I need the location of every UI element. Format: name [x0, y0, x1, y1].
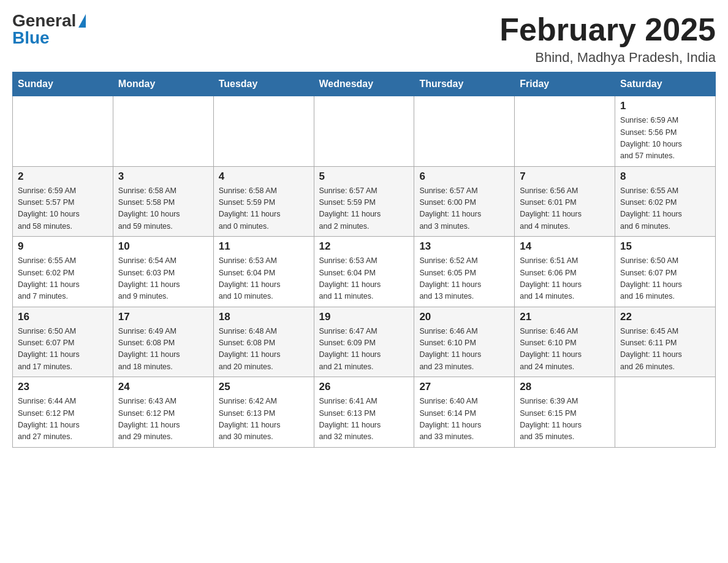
- day-info: Sunrise: 6:53 AMSunset: 6:04 PMDaylight:…: [219, 255, 309, 303]
- calendar-cell: 2Sunrise: 6:59 AMSunset: 5:57 PMDaylight…: [13, 166, 113, 237]
- calendar-cell: 15Sunrise: 6:50 AMSunset: 6:07 PMDayligh…: [615, 237, 716, 307]
- day-number: 18: [219, 311, 309, 323]
- logo: General Blue: [12, 12, 86, 47]
- day-info: Sunrise: 6:44 AMSunset: 6:12 PMDaylight:…: [18, 396, 108, 443]
- calendar-cell: 3Sunrise: 6:58 AMSunset: 5:58 PMDaylight…: [113, 166, 213, 237]
- header-sunday: Sunday: [13, 72, 113, 96]
- day-info: Sunrise: 6:39 AMSunset: 6:15 PMDaylight:…: [520, 396, 610, 443]
- calendar-cell: 8Sunrise: 6:55 AMSunset: 6:02 PMDaylight…: [615, 166, 716, 237]
- day-info: Sunrise: 6:40 AMSunset: 6:14 PMDaylight:…: [419, 396, 509, 443]
- calendar-cell: [113, 96, 213, 167]
- location-title: Bhind, Madhya Pradesh, India: [499, 50, 716, 66]
- day-info: Sunrise: 6:52 AMSunset: 6:05 PMDaylight:…: [419, 255, 509, 303]
- calendar-cell: [615, 377, 716, 448]
- day-info: Sunrise: 6:58 AMSunset: 5:58 PMDaylight:…: [118, 185, 208, 233]
- day-info: Sunrise: 6:57 AMSunset: 5:59 PMDaylight:…: [319, 185, 409, 233]
- page-header: General Blue February 2025 Bhind, Madhya…: [12, 12, 716, 66]
- calendar-week-2: 2Sunrise: 6:59 AMSunset: 5:57 PMDaylight…: [13, 166, 716, 237]
- calendar-cell: 6Sunrise: 6:57 AMSunset: 6:00 PMDaylight…: [414, 166, 515, 237]
- day-number: 12: [319, 240, 409, 253]
- header-monday: Monday: [113, 72, 213, 96]
- day-info: Sunrise: 6:55 AMSunset: 6:02 PMDaylight:…: [18, 255, 108, 303]
- calendar-cell: 23Sunrise: 6:44 AMSunset: 6:12 PMDayligh…: [13, 377, 113, 448]
- day-number: 1: [620, 100, 710, 112]
- calendar-cell: 28Sunrise: 6:39 AMSunset: 6:15 PMDayligh…: [515, 377, 615, 448]
- header-friday: Friday: [515, 72, 615, 96]
- day-info: Sunrise: 6:47 AMSunset: 6:09 PMDaylight:…: [319, 326, 409, 373]
- calendar-cell: [515, 96, 615, 167]
- day-number: 16: [18, 311, 108, 323]
- calendar-cell: 11Sunrise: 6:53 AMSunset: 6:04 PMDayligh…: [213, 237, 314, 307]
- day-number: 21: [520, 311, 610, 323]
- calendar-cell: 7Sunrise: 6:56 AMSunset: 6:01 PMDaylight…: [515, 166, 615, 237]
- day-info: Sunrise: 6:45 AMSunset: 6:11 PMDaylight:…: [620, 326, 710, 373]
- day-number: 6: [419, 170, 509, 183]
- calendar-cell: 18Sunrise: 6:48 AMSunset: 6:08 PMDayligh…: [213, 307, 314, 377]
- calendar-cell: 17Sunrise: 6:49 AMSunset: 6:08 PMDayligh…: [113, 307, 213, 377]
- logo-triangle-icon: [78, 14, 86, 28]
- day-number: 8: [620, 170, 710, 183]
- calendar-header-row: SundayMondayTuesdayWednesdayThursdayFrid…: [13, 72, 716, 96]
- day-info: Sunrise: 6:50 AMSunset: 6:07 PMDaylight:…: [18, 326, 108, 373]
- day-number: 2: [18, 170, 108, 183]
- day-info: Sunrise: 6:51 AMSunset: 6:06 PMDaylight:…: [520, 255, 610, 303]
- calendar-cell: 12Sunrise: 6:53 AMSunset: 6:04 PMDayligh…: [314, 237, 414, 307]
- calendar-cell: 19Sunrise: 6:47 AMSunset: 6:09 PMDayligh…: [314, 307, 414, 377]
- logo-general-text: General: [12, 12, 76, 29]
- calendar-cell: 1Sunrise: 6:59 AMSunset: 5:56 PMDaylight…: [615, 96, 716, 167]
- day-info: Sunrise: 6:59 AMSunset: 5:57 PMDaylight:…: [18, 185, 108, 233]
- day-info: Sunrise: 6:48 AMSunset: 6:08 PMDaylight:…: [219, 326, 309, 373]
- day-info: Sunrise: 6:46 AMSunset: 6:10 PMDaylight:…: [520, 326, 610, 373]
- day-number: 5: [319, 170, 409, 183]
- calendar-cell: 24Sunrise: 6:43 AMSunset: 6:12 PMDayligh…: [113, 377, 213, 448]
- day-number: 9: [18, 240, 108, 253]
- day-info: Sunrise: 6:57 AMSunset: 6:00 PMDaylight:…: [419, 185, 509, 233]
- calendar-cell: 21Sunrise: 6:46 AMSunset: 6:10 PMDayligh…: [515, 307, 615, 377]
- day-number: 4: [219, 170, 309, 183]
- day-number: 20: [419, 311, 509, 323]
- calendar-week-1: 1Sunrise: 6:59 AMSunset: 5:56 PMDaylight…: [13, 96, 716, 167]
- day-number: 17: [118, 311, 208, 323]
- day-info: Sunrise: 6:53 AMSunset: 6:04 PMDaylight:…: [319, 255, 409, 303]
- calendar-cell: 25Sunrise: 6:42 AMSunset: 6:13 PMDayligh…: [213, 377, 314, 448]
- calendar-cell: 13Sunrise: 6:52 AMSunset: 6:05 PMDayligh…: [414, 237, 515, 307]
- day-info: Sunrise: 6:56 AMSunset: 6:01 PMDaylight:…: [520, 185, 610, 233]
- header-thursday: Thursday: [414, 72, 515, 96]
- header-tuesday: Tuesday: [213, 72, 314, 96]
- day-info: Sunrise: 6:43 AMSunset: 6:12 PMDaylight:…: [118, 396, 208, 443]
- day-info: Sunrise: 6:59 AMSunset: 5:56 PMDaylight:…: [620, 115, 710, 163]
- day-info: Sunrise: 6:41 AMSunset: 6:13 PMDaylight:…: [319, 396, 409, 443]
- calendar-cell: 20Sunrise: 6:46 AMSunset: 6:10 PMDayligh…: [414, 307, 515, 377]
- day-number: 19: [319, 311, 409, 323]
- day-number: 27: [419, 381, 509, 393]
- calendar-cell: 14Sunrise: 6:51 AMSunset: 6:06 PMDayligh…: [515, 237, 615, 307]
- calendar-cell: [13, 96, 113, 167]
- calendar-cell: 4Sunrise: 6:58 AMSunset: 5:59 PMDaylight…: [213, 166, 314, 237]
- calendar-cell: 16Sunrise: 6:50 AMSunset: 6:07 PMDayligh…: [13, 307, 113, 377]
- calendar-cell: 10Sunrise: 6:54 AMSunset: 6:03 PMDayligh…: [113, 237, 213, 307]
- header-saturday: Saturday: [615, 72, 716, 96]
- calendar-cell: 27Sunrise: 6:40 AMSunset: 6:14 PMDayligh…: [414, 377, 515, 448]
- calendar-cell: 22Sunrise: 6:45 AMSunset: 6:11 PMDayligh…: [615, 307, 716, 377]
- calendar-cell: 9Sunrise: 6:55 AMSunset: 6:02 PMDaylight…: [13, 237, 113, 307]
- day-number: 13: [419, 240, 509, 253]
- day-info: Sunrise: 6:42 AMSunset: 6:13 PMDaylight:…: [219, 396, 309, 443]
- calendar-table: SundayMondayTuesdayWednesdayThursdayFrid…: [12, 72, 716, 448]
- day-number: 10: [118, 240, 208, 253]
- calendar-week-4: 16Sunrise: 6:50 AMSunset: 6:07 PMDayligh…: [13, 307, 716, 377]
- day-number: 26: [319, 381, 409, 393]
- calendar-week-5: 23Sunrise: 6:44 AMSunset: 6:12 PMDayligh…: [13, 377, 716, 448]
- day-number: 24: [118, 381, 208, 393]
- calendar-cell: [213, 96, 314, 167]
- day-info: Sunrise: 6:49 AMSunset: 6:08 PMDaylight:…: [118, 326, 208, 373]
- day-info: Sunrise: 6:58 AMSunset: 5:59 PMDaylight:…: [219, 185, 309, 233]
- day-info: Sunrise: 6:50 AMSunset: 6:07 PMDaylight:…: [620, 255, 710, 303]
- title-section: February 2025 Bhind, Madhya Pradesh, Ind…: [499, 12, 716, 66]
- day-number: 23: [18, 381, 108, 393]
- day-number: 25: [219, 381, 309, 393]
- calendar-cell: 5Sunrise: 6:57 AMSunset: 5:59 PMDaylight…: [314, 166, 414, 237]
- calendar-cell: 26Sunrise: 6:41 AMSunset: 6:13 PMDayligh…: [314, 377, 414, 448]
- day-info: Sunrise: 6:46 AMSunset: 6:10 PMDaylight:…: [419, 326, 509, 373]
- day-number: 14: [520, 240, 610, 253]
- day-number: 22: [620, 311, 710, 323]
